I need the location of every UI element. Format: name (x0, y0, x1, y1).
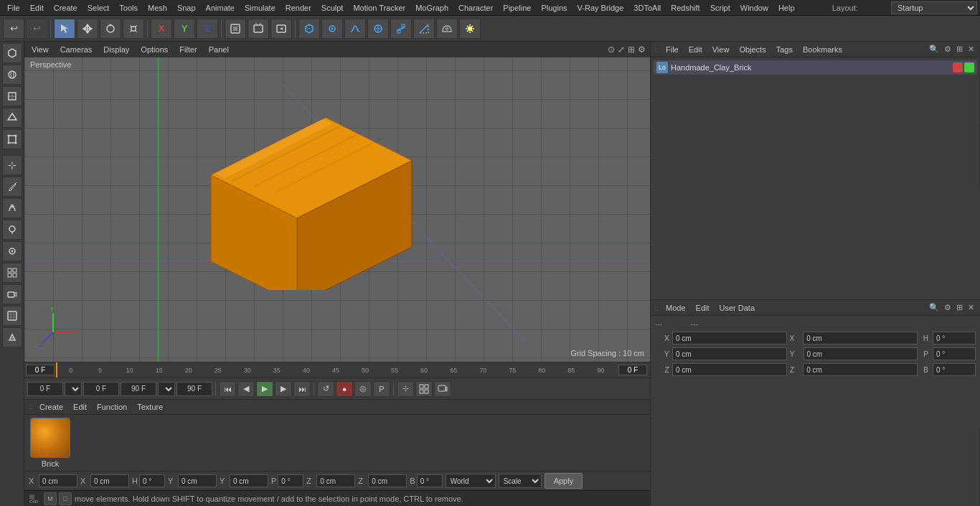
end-frame-input2[interactable] (176, 382, 212, 396)
current-frame-input2[interactable] (83, 382, 119, 396)
menu-window[interactable]: Window (736, 2, 773, 14)
coord-y2-input[interactable] (230, 474, 268, 487)
menu-edit[interactable]: Edit (26, 2, 48, 14)
grid-mode-button[interactable] (2, 263, 22, 283)
attr-h-input[interactable] (933, 332, 976, 345)
bezier-button[interactable] (413, 19, 435, 39)
scale-tool-button[interactable] (123, 19, 144, 39)
move-tool-side-button[interactable]: ⊹ (2, 155, 22, 175)
world-select[interactable]: World Local Global (446, 474, 496, 488)
material-menu-create[interactable]: Create (37, 403, 66, 411)
vp-menu-filter[interactable]: Filter (176, 45, 199, 54)
texture-mode-button[interactable] (2, 65, 22, 85)
current-frame-input[interactable] (26, 365, 55, 375)
menu-render[interactable]: Render (281, 2, 316, 14)
attr-b-input[interactable] (933, 363, 976, 376)
frame-step-select[interactable]: ▼ (65, 382, 82, 396)
brush-tool-button[interactable] (2, 220, 22, 240)
end-frame-input[interactable] (121, 382, 156, 396)
knife-tool-button[interactable] (2, 177, 22, 197)
brick-3d-object[interactable] (168, 103, 440, 290)
attributes-settings-icon[interactable]: ⚙ (943, 303, 953, 312)
material-menu-function[interactable]: Function (94, 403, 130, 411)
timeline-marks-area[interactable]: 0 5 10 15 20 25 30 35 40 45 50 55 60 65 … (56, 362, 616, 378)
attr-y-pos-input[interactable] (672, 347, 787, 360)
attr-z-pos-input[interactable] (672, 363, 787, 376)
objects-menu-file[interactable]: File (663, 45, 682, 54)
attr-z2-input[interactable] (803, 363, 918, 376)
menu-file[interactable]: File (3, 2, 24, 14)
vp-menu-panel[interactable]: Panel (206, 45, 232, 54)
object-tag-red[interactable] (953, 62, 963, 72)
attributes-maximize-icon[interactable]: ⊞ (955, 303, 964, 312)
menu-simulate[interactable]: Simulate (240, 2, 280, 14)
magnet-tool-button[interactable] (2, 198, 22, 218)
menu-motion-tracker[interactable]: Motion Tracker (349, 2, 410, 14)
attributes-close-icon[interactable]: ✕ (966, 303, 976, 312)
layout-select[interactable]: Startup Standard Animate (891, 1, 977, 14)
goto-start-button[interactable]: ⏮ (219, 381, 236, 397)
axis-x-button[interactable]: X (151, 19, 172, 39)
menu-mesh[interactable]: Mesh (143, 2, 171, 14)
select-tool-button[interactable] (54, 19, 75, 39)
step-forward-button[interactable]: ▶ (275, 381, 292, 397)
menu-plugins[interactable]: Plugins (537, 2, 571, 14)
timeline-scrubber[interactable] (56, 362, 57, 378)
status-mode-icon[interactable]: M (44, 492, 57, 505)
anim-auto-button[interactable]: P (373, 381, 390, 397)
material-menu-texture[interactable]: Texture (134, 403, 166, 411)
axis-y-button[interactable]: Y (174, 19, 195, 39)
rotate-tool-button[interactable] (100, 19, 121, 39)
viewport-icon-maximize[interactable]: ⊞ (628, 44, 635, 55)
objects-maximize-icon[interactable]: ⊞ (955, 44, 964, 54)
menu-redshift[interactable]: Redshift (666, 2, 704, 14)
redo-button[interactable]: ↩ (26, 19, 47, 39)
objects-menu-view[interactable]: View (710, 45, 732, 54)
menu-help[interactable]: Help (774, 2, 799, 14)
objects-menu-tags[interactable]: Tags (773, 45, 796, 54)
light-button[interactable] (459, 19, 481, 39)
objects-menu-objects[interactable]: Objects (736, 45, 768, 54)
coord-y-input[interactable] (178, 474, 217, 487)
render-view-button[interactable] (270, 19, 292, 39)
scale-select[interactable]: Scale (499, 474, 542, 488)
attributes-menu-edit[interactable]: Edit (693, 304, 712, 312)
menu-create[interactable]: Create (50, 2, 82, 14)
cube-button[interactable] (298, 19, 320, 39)
coord-b-input[interactable] (417, 474, 443, 487)
polygon-mode-button[interactable] (2, 86, 22, 106)
motion-path-button[interactable]: ⊹ (397, 381, 414, 397)
objects-search-icon[interactable]: 🔍 (928, 44, 941, 54)
attr-x-pos-input[interactable] (672, 332, 787, 345)
objects-menu-bookmarks[interactable]: Bookmarks (800, 45, 845, 54)
coord-p-input[interactable] (278, 474, 303, 487)
object-tag-green[interactable] (964, 62, 974, 72)
material-menu-edit[interactable]: Edit (70, 403, 90, 411)
coord-z-input[interactable] (316, 474, 355, 487)
viewport[interactable]: View Cameras Display Options Filter Pane… (24, 42, 650, 362)
attr-y2-input[interactable] (804, 347, 918, 360)
attributes-search-icon[interactable]: 🔍 (928, 303, 941, 312)
objects-settings-icon[interactable]: ⚙ (943, 44, 953, 54)
objects-menu-edit[interactable]: Edit (686, 45, 705, 54)
play-button[interactable]: ▶ (256, 381, 273, 397)
coord-x-input[interactable] (39, 474, 77, 487)
attr-x2-input[interactable] (803, 332, 918, 345)
anim-curves-button[interactable] (415, 381, 433, 397)
undo-button[interactable]: ↩ (3, 19, 24, 39)
menu-pipeline[interactable]: Pipeline (499, 2, 535, 14)
menu-select[interactable]: Select (83, 2, 114, 14)
anim-record-button[interactable]: ● (336, 381, 353, 397)
menu-snap[interactable]: Snap (173, 2, 200, 14)
material-swatch[interactable] (30, 418, 70, 458)
object-item-brick[interactable]: Lo Handmade_Clay_Brick (654, 60, 977, 75)
camera-button[interactable] (436, 19, 458, 39)
status-render-icon[interactable]: □ (59, 492, 72, 505)
viewport-icon-expand[interactable]: ⤢ (618, 44, 625, 55)
axis-z-button[interactable]: Z (197, 19, 218, 39)
pen-side-button[interactable] (2, 241, 22, 261)
pen-tool-button[interactable] (321, 19, 343, 39)
material-item[interactable]: Brick (30, 418, 70, 468)
camera-side-button[interactable] (2, 284, 22, 304)
scene-button[interactable] (2, 306, 22, 326)
